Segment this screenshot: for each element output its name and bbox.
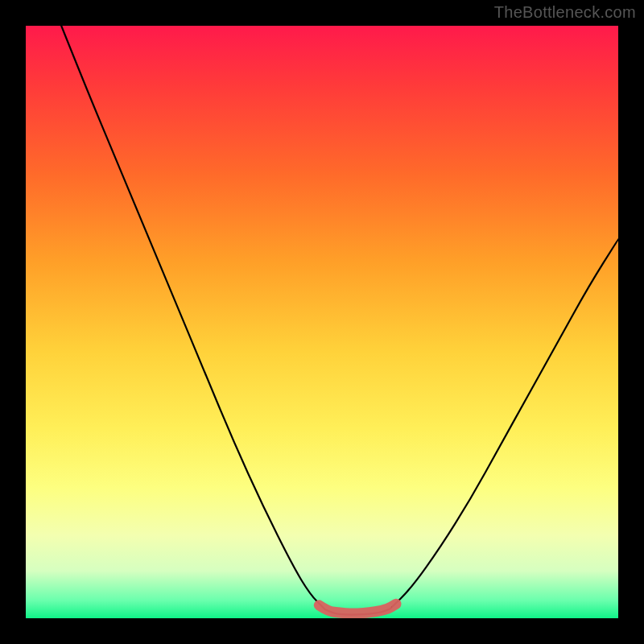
chart-frame: TheBottleneck.com [0,0,644,644]
plot-area [26,26,618,618]
watermark-text: TheBottleneck.com [494,3,636,22]
optimal-region-marker [26,26,618,618]
